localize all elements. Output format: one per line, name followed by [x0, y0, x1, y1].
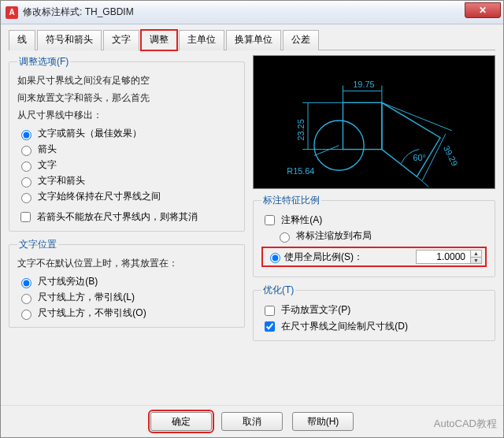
fit-desc-line1: 如果尺寸界线之间没有足够的空: [17, 73, 236, 87]
fit-layout-radio[interactable]: [280, 232, 290, 243]
tab-tolerance[interactable]: 公差: [283, 30, 319, 50]
tune-manual[interactable]: 手动放置文字(P): [261, 302, 487, 317]
textpos-radio-1[interactable]: [21, 294, 32, 304]
dimension-preview: 19.75 23.25 39.29 60° R15.64: [253, 55, 495, 189]
fit-desc-line3: 从尺寸界线中移出：: [17, 108, 236, 122]
svg-text:39.29: 39.29: [442, 144, 460, 168]
close-icon: ✕: [479, 5, 487, 16]
tune-group: 优化(T) 手动放置文字(P) 在尺寸界线之间绘制尺寸线(D): [253, 284, 495, 341]
draw-dimline-label: 在尺寸界线之间绘制尺寸线(D): [281, 321, 408, 332]
tab-line[interactable]: 线: [9, 30, 35, 50]
svg-line-12: [314, 146, 339, 156]
dialog-window: A 修改标注样式: TH_GBDIM ✕ 线 符号和箭头 文字 调整 主单位 换…: [0, 0, 504, 438]
fit-chk-label: 若箭头不能放在尺寸界线内，则将其消: [37, 211, 198, 222]
svg-line-11: [417, 176, 428, 187]
fit-suppress-arrows[interactable]: 若箭头不能放在尺寸界线内，则将其消: [17, 209, 236, 225]
fit-layout-label: 将标注缩放到布局: [296, 230, 372, 241]
svg-text:60°: 60°: [413, 153, 425, 162]
textpos-radio-2[interactable]: [21, 310, 32, 320]
fit-radio-3[interactable]: [21, 177, 32, 187]
scale-legend: 标注特征比例: [261, 194, 321, 207]
fit-opt2-label: 文字: [38, 159, 57, 170]
fit-suppress-checkbox[interactable]: [20, 212, 31, 222]
tab-primary-units[interactable]: 主单位: [179, 30, 224, 50]
fit-options-group: 调整选项(F) 如果尺寸界线之间没有足够的空 间来放置文字和箭头，那么首先 从尺…: [9, 55, 245, 232]
svg-text:R15.64: R15.64: [287, 166, 314, 176]
fit-opt-arrows[interactable]: 箭头: [17, 141, 236, 157]
use-global-label: 使用全局比例(S)：: [284, 251, 416, 264]
fit-radio-1[interactable]: [21, 146, 32, 156]
fit-opt-text[interactable]: 文字: [17, 157, 236, 173]
tab-alternate-units[interactable]: 换算单位: [226, 30, 281, 50]
fit-desc-line2: 间来放置文字和箭头，那么首先: [17, 91, 236, 105]
fit-opt-keep-between[interactable]: 文字始终保持在尺寸界线之间: [17, 188, 236, 204]
textpos-above-leader[interactable]: 尺寸线上方，带引线(L): [17, 289, 236, 305]
titlebar: A 修改标注样式: TH_GBDIM ✕: [1, 1, 503, 24]
manual-place-checkbox[interactable]: [265, 306, 275, 316]
textpos-opt1-label: 尺寸线上方，带引线(L): [38, 291, 135, 303]
draw-dimline-checkbox[interactable]: [265, 321, 275, 332]
textpos-opt2-label: 尺寸线上方，不带引线(O): [38, 307, 146, 318]
tab-strip: 线 符号和箭头 文字 调整 主单位 换算单位 公差: [9, 29, 495, 50]
annotative-label: 注释性(A): [281, 214, 322, 225]
use-global-scale-row: 使用全局比例(S)： ▲ ▼: [261, 247, 487, 267]
fit-opt3-label: 文字和箭头: [38, 175, 85, 186]
svg-marker-2: [382, 102, 440, 176]
tab-text[interactable]: 文字: [103, 30, 139, 50]
svg-rect-0: [343, 102, 381, 149]
global-scale-input[interactable]: [416, 250, 471, 264]
window-title: 修改标注样式: TH_GBDIM: [23, 6, 134, 19]
spin-up-icon[interactable]: ▲: [471, 251, 481, 258]
fit-radio-0[interactable]: [21, 130, 32, 140]
scale-group: 标注特征比例 注释性(A) 将标注缩放到布局 使用全局比例(S)：: [253, 194, 495, 277]
annotative-checkbox[interactable]: [265, 215, 275, 225]
fit-opt1-label: 箭头: [38, 143, 57, 154]
tune-legend: 优化(T): [261, 284, 295, 297]
fit-radio-2[interactable]: [21, 161, 32, 172]
spin-down-icon[interactable]: ▼: [471, 258, 481, 264]
fit-radio-4[interactable]: [21, 193, 32, 203]
svg-text:23.25: 23.25: [296, 119, 306, 140]
close-button[interactable]: ✕: [465, 2, 501, 18]
svg-text:19.75: 19.75: [353, 80, 374, 89]
text-position-desc: 文字不在默认位置上时，将其放置在：: [17, 256, 236, 270]
cancel-button[interactable]: 取消: [221, 412, 283, 431]
dialog-footer: 确定 取消 帮助(H): [1, 405, 503, 437]
svg-line-10: [382, 102, 452, 131]
app-icon: A: [6, 6, 18, 19]
fit-opt0-label: 文字或箭头（最佳效果）: [38, 128, 142, 139]
fit-opt4-label: 文字始终保持在尺寸界线之间: [38, 191, 161, 202]
tab-fit[interactable]: 调整: [141, 30, 177, 50]
textpos-opt0-label: 尺寸线旁边(B): [38, 276, 98, 287]
fit-opt-text-or-arrows[interactable]: 文字或箭头（最佳效果）: [17, 125, 236, 141]
text-position-legend: 文字位置: [17, 238, 58, 251]
text-position-group: 文字位置 文字不在默认位置上时，将其放置在： 尺寸线旁边(B) 尺寸线上方，带引…: [9, 238, 245, 328]
use-global-radio[interactable]: [270, 253, 280, 263]
manual-place-label: 手动放置文字(P): [281, 304, 350, 315]
ok-button[interactable]: 确定: [150, 412, 212, 431]
scale-fit-layout[interactable]: 将标注缩放到布局: [276, 228, 487, 243]
svg-point-1: [314, 121, 364, 170]
global-scale-spinner[interactable]: ▲ ▼: [471, 250, 482, 264]
textpos-above-noleader[interactable]: 尺寸线上方，不带引线(O): [17, 305, 236, 321]
fit-options-legend: 调整选项(F): [17, 55, 70, 69]
help-button[interactable]: 帮助(H): [292, 412, 354, 431]
tab-symbols-arrows[interactable]: 符号和箭头: [37, 30, 102, 50]
fit-opt-both[interactable]: 文字和箭头: [17, 173, 236, 188]
textpos-radio-0[interactable]: [21, 278, 32, 288]
scale-annotative[interactable]: 注释性(A): [261, 212, 487, 228]
tune-drawdim[interactable]: 在尺寸界线之间绘制尺寸线(D): [261, 318, 487, 334]
textpos-beside[interactable]: 尺寸线旁边(B): [17, 273, 236, 289]
